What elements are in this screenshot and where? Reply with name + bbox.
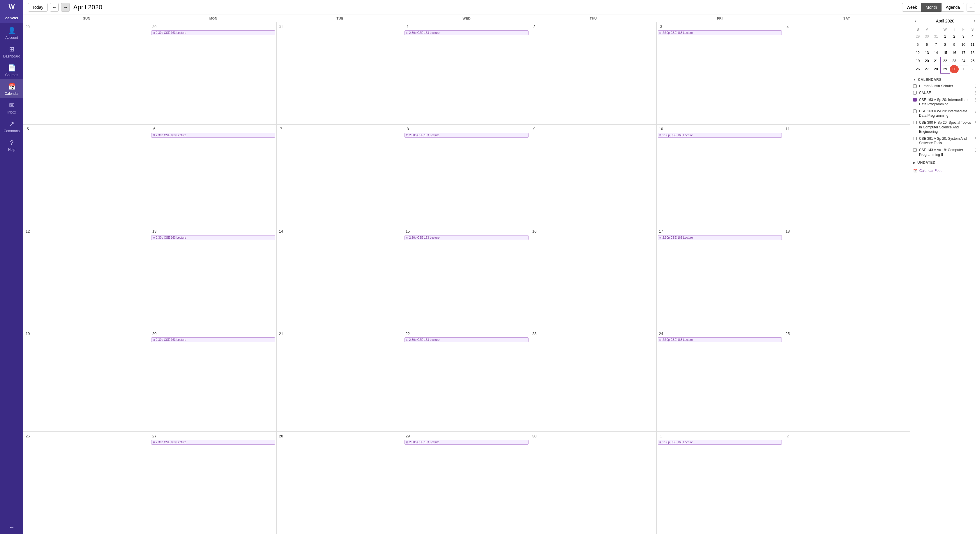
mini-cal-day[interactable]: 8 [940,41,950,49]
mini-cal-day[interactable]: 11 [968,41,977,49]
mini-cal-day[interactable]: 15 [940,49,950,57]
mini-cal-day[interactable]: 22 [940,57,950,65]
day-number[interactable]: 20 [151,330,158,337]
day-number[interactable]: 21 [278,330,284,337]
day-number[interactable]: 3 [658,23,664,30]
mini-cal-day[interactable]: 29 [940,65,950,73]
sidebar-item-account[interactable]: 👤Account [0,23,23,42]
calendar-item-options[interactable]: ⋮ [974,137,977,141]
agenda-view-button[interactable]: Agenda [942,3,964,12]
mini-cal-day[interactable]: 28 [932,65,940,73]
day-number[interactable]: 19 [24,330,31,337]
day-number[interactable]: 25 [784,330,791,337]
sidebar-item-dashboard[interactable]: ⊞Dashboard [0,42,23,61]
day-number[interactable]: 17 [658,228,664,235]
next-button[interactable]: → [61,3,70,12]
calendar-item-options[interactable]: ⋮ [974,121,977,125]
calendar-event[interactable]: ⊞2:30p CSE 163 Lecture [151,337,275,342]
calendar-event[interactable]: ⊞2:30p CSE 163 Lecture [658,235,782,240]
day-number[interactable]: 29 [24,23,31,30]
day-number[interactable]: 26 [24,433,31,439]
add-event-button[interactable]: + [967,3,975,12]
calendar-event[interactable]: ⊞2:30p CSE 163 Lecture [404,337,528,342]
calendar-event[interactable]: ⊞2:30p CSE 163 Lecture [151,440,275,445]
calendar-checkbox[interactable] [913,91,917,95]
day-number[interactable]: 28 [278,433,284,439]
calendar-event[interactable]: ⊞2:30p CSE 163 Lecture [658,133,782,138]
sidebar-item-help[interactable]: ?Help [0,135,23,154]
day-number[interactable]: 12 [24,228,31,235]
prev-button[interactable]: ← [50,3,59,12]
calendar-item-options[interactable]: ⋮ [974,98,977,102]
today-button[interactable]: Today [28,3,48,12]
day-number[interactable]: 27 [151,433,158,439]
day-number[interactable]: 30 [151,23,158,30]
day-number[interactable]: 2 [531,23,538,30]
calendar-checkbox[interactable] [913,137,917,140]
calendar-item-options[interactable]: ⋮ [974,91,977,95]
day-number[interactable]: 30 [531,433,538,439]
calendar-event[interactable]: ⊞2:30p CSE 163 Lecture [658,30,782,35]
calendar-checkbox[interactable] [913,84,917,88]
calendar-item-options[interactable]: ⋮ [974,109,977,113]
mini-cal-day[interactable]: 20 [922,57,931,65]
mini-cal-day[interactable]: 21 [932,57,940,65]
week-view-button[interactable]: Week [902,3,921,12]
day-number[interactable]: 9 [531,126,538,132]
calendar-event[interactable]: ⊞2:30p CSE 163 Lecture [404,235,528,240]
day-number[interactable]: 1 [658,433,664,439]
mini-next-button[interactable]: › [972,18,977,24]
mini-cal-day[interactable]: 18 [968,49,977,57]
day-number[interactable]: 4 [784,23,791,30]
calendar-event[interactable]: ⊞2:30p CSE 163 Lecture [658,337,782,342]
sidebar-collapse-button[interactable]: ← [0,520,23,534]
sidebar-item-inbox[interactable]: ✉Inbox [0,98,23,117]
mini-cal-day[interactable]: 1 [940,32,950,41]
sidebar-item-calendar[interactable]: 📅Calendar [0,79,23,98]
mini-cal-day[interactable]: 31 [932,32,940,41]
calendar-checkbox[interactable] [913,148,917,152]
day-number[interactable]: 6 [151,126,158,132]
day-number[interactable]: 14 [278,228,284,235]
day-number[interactable]: 2 [784,433,791,439]
day-number[interactable]: 22 [404,330,411,337]
day-number[interactable]: 16 [531,228,538,235]
calendar-event[interactable]: ⊞2:30p CSE 163 Lecture [404,133,528,138]
day-number[interactable]: 7 [278,126,284,132]
day-number[interactable]: 1 [404,23,411,30]
mini-cal-day[interactable]: 26 [913,65,922,73]
calendar-event[interactable]: ⊞2:30p CSE 163 Lecture [404,30,528,35]
calendar-feed-link[interactable]: 📅 Calendar Feed [913,168,977,173]
sidebar-item-commons[interactable]: ↗Commons [0,117,23,135]
calendar-checkbox[interactable] [913,121,917,124]
day-number[interactable]: 31 [278,23,284,30]
day-number[interactable]: 5 [24,126,31,132]
mini-cal-day[interactable]: 25 [968,57,977,65]
day-number[interactable]: 23 [531,330,538,337]
mini-cal-day[interactable]: 10 [959,41,968,49]
mini-cal-day[interactable]: 9 [950,41,959,49]
mini-cal-day[interactable]: 30 [950,65,959,73]
mini-cal-day[interactable]: 27 [922,65,931,73]
day-number[interactable]: 11 [784,126,791,132]
calendar-item-options[interactable]: ⋮ [974,148,977,152]
day-number[interactable]: 8 [404,126,411,132]
mini-cal-day[interactable]: 3 [959,32,968,41]
mini-cal-day[interactable]: 4 [968,32,977,41]
calendar-event[interactable]: ⊞2:30p CSE 163 Lecture [151,30,275,35]
mini-cal-day[interactable]: 29 [913,32,922,41]
mini-prev-button[interactable]: ‹ [913,18,918,24]
day-number[interactable]: 13 [151,228,158,235]
calendar-checkbox[interactable] [913,110,917,113]
calendar-event[interactable]: ⊞2:30p CSE 163 Lecture [151,235,275,240]
mini-cal-day[interactable]: 30 [922,32,931,41]
mini-cal-day[interactable]: 2 [950,32,959,41]
mini-cal-day[interactable]: 17 [959,49,968,57]
mini-cal-day[interactable]: 1 [959,65,968,73]
mini-cal-day[interactable]: 6 [922,41,931,49]
month-view-button[interactable]: Month [921,3,942,12]
day-number[interactable]: 15 [404,228,411,235]
mini-cal-day[interactable]: 19 [913,57,922,65]
calendar-event[interactable]: ⊞2:30p CSE 163 Lecture [151,133,275,138]
day-number[interactable]: 10 [658,126,664,132]
